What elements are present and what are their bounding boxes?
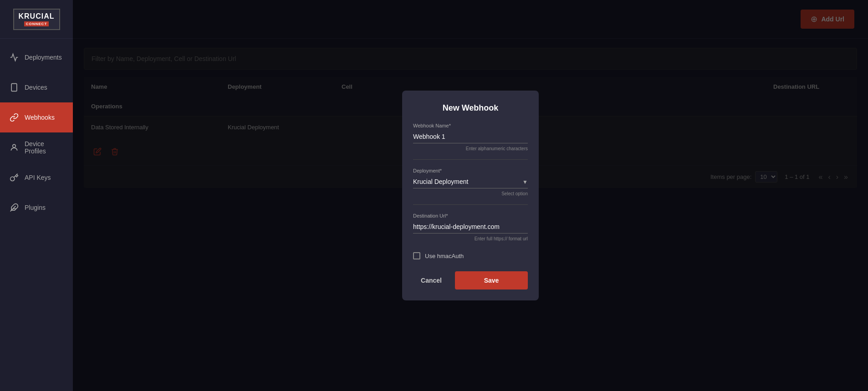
sidebar-item-devices[interactable]: Devices	[0, 72, 73, 102]
logo: KRUCIAL CONNECT	[0, 0, 73, 39]
modal-title: New Webhook	[413, 103, 528, 113]
deployments-icon	[9, 52, 19, 62]
deployment-hint: Select option	[413, 191, 528, 196]
sidebar-item-label-device-profiles: Device Profiles	[25, 140, 64, 155]
cancel-button[interactable]: Cancel	[413, 271, 449, 289]
deployment-select[interactable]: Krucial Deployment	[413, 175, 528, 188]
destination-url-group: Destination Url* Enter full https:// for…	[413, 213, 528, 241]
devices-icon	[9, 82, 19, 92]
sidebar: KRUCIAL CONNECT Deployments Devices	[0, 0, 73, 391]
webhook-name-group: Webhook Name* Enter alphanumeric charact…	[413, 123, 528, 151]
sidebar-item-webhooks[interactable]: Webhooks	[0, 102, 73, 132]
hmac-auth-checkbox[interactable]	[413, 252, 420, 259]
sidebar-item-label-devices: Devices	[25, 84, 47, 91]
sidebar-item-device-profiles[interactable]: Device Profiles	[0, 132, 73, 162]
save-button[interactable]: Save	[455, 271, 528, 289]
logo-text: KRUCIAL	[19, 12, 55, 20]
logo-sub: CONNECT	[24, 21, 49, 26]
hmac-auth-label: Use hmacAuth	[425, 253, 464, 259]
destination-url-hint: Enter full https:// format url	[413, 236, 528, 241]
plugins-icon	[9, 203, 19, 213]
destination-url-label: Destination Url*	[413, 213, 528, 218]
new-webhook-modal: New Webhook Webhook Name* Enter alphanum…	[402, 91, 539, 300]
deployment-group: Deployment* Krucial Deployment ▼ Select …	[413, 168, 528, 196]
device-profiles-icon	[9, 142, 19, 152]
deployment-label: Deployment*	[413, 168, 528, 173]
divider-1	[413, 159, 528, 160]
webhook-name-label: Webhook Name*	[413, 123, 528, 128]
api-keys-icon	[9, 173, 19, 183]
svg-point-2	[13, 144, 16, 147]
sidebar-item-label-api-keys: API Keys	[25, 174, 51, 181]
sidebar-item-plugins[interactable]: Plugins	[0, 193, 73, 223]
sidebar-item-label-webhooks: Webhooks	[25, 114, 55, 121]
sidebar-item-label-plugins: Plugins	[25, 204, 46, 211]
webhook-name-input[interactable]	[413, 130, 528, 143]
modal-actions: Cancel Save	[413, 271, 528, 289]
sidebar-item-label-deployments: Deployments	[25, 54, 62, 61]
hmac-auth-row: Use hmacAuth	[413, 252, 528, 259]
webhook-name-hint: Enter alphanumeric characters	[413, 146, 528, 151]
webhooks-icon	[9, 112, 19, 122]
destination-url-input[interactable]	[413, 220, 528, 234]
main-content: ⊕ Add Url Name Deployment Cell Destinati…	[73, 0, 868, 391]
svg-rect-0	[11, 84, 17, 91]
modal-overlay: New Webhook Webhook Name* Enter alphanum…	[73, 0, 868, 391]
deployment-select-wrapper: Krucial Deployment ▼	[413, 175, 528, 188]
divider-2	[413, 204, 528, 205]
sidebar-nav: Deployments Devices Webhooks	[0, 39, 73, 391]
sidebar-item-deployments[interactable]: Deployments	[0, 42, 73, 72]
sidebar-item-api-keys[interactable]: API Keys	[0, 162, 73, 193]
